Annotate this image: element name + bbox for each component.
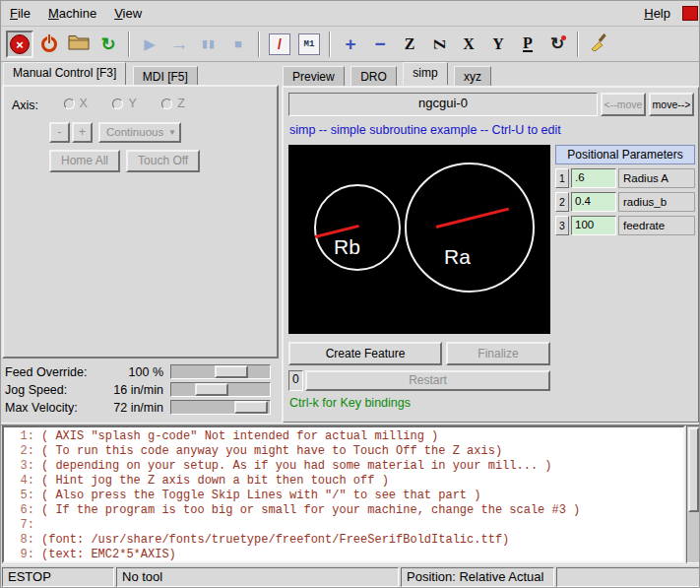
run-program-button[interactable]: ▶ [136, 31, 163, 58]
axis-radio-x[interactable]: X [64, 97, 88, 110]
view-top-button[interactable]: Z [396, 31, 423, 58]
menu-file[interactable]: File [1, 2, 39, 25]
move-left-button[interactable]: <--move [601, 93, 646, 116]
jog-plus-button[interactable]: + [72, 122, 93, 143]
zoom-out-button[interactable]: − [366, 31, 394, 58]
slider-thumb[interactable] [215, 365, 248, 378]
large-circle [405, 163, 535, 293]
toggle-optional-pause-button[interactable]: M1 [295, 31, 323, 58]
param-value-input[interactable]: 100 [571, 216, 616, 235]
tab-dro[interactable]: DRO [350, 66, 397, 87]
menu-view[interactable]: View [105, 2, 151, 25]
view-perspective-button[interactable]: P [514, 31, 541, 58]
code-line[interactable]: 3: ( depending on your setup. As if you … [4, 459, 683, 474]
axis-radio-x-label: X [80, 97, 88, 110]
plus-icon: + [345, 33, 355, 55]
scrollbar-thumb[interactable] [688, 427, 699, 512]
code-line[interactable]: 6: ( If the program is too big or small … [4, 503, 683, 518]
optional-pause-m1-icon: M1 [298, 33, 320, 55]
code-line-text: (text: EMC2*5*AXIS) [41, 548, 176, 562]
move-right-button[interactable]: move--> [649, 93, 694, 116]
param-row: 1 .6 Radius A [555, 168, 695, 188]
home-all-button[interactable]: Home All [49, 150, 120, 172]
feed-override-label: Feed Override: [5, 365, 95, 379]
restart-button[interactable]: Restart [305, 370, 550, 391]
open-file-button[interactable] [65, 31, 93, 58]
code-scrollbar[interactable] [686, 425, 700, 563]
chevron-down-icon: ▼ [168, 124, 176, 141]
view-side-button[interactable]: X [455, 31, 482, 58]
code-line[interactable]: 9: (text: EMC2*5*AXIS) [4, 548, 683, 562]
machine-power-button[interactable] [35, 31, 63, 58]
subroutine-description: simp -- simple subroutine example -- Ctr… [289, 123, 561, 137]
rotate-view-button[interactable]: ↻ [543, 31, 571, 58]
jog-mode-value: Continuous [106, 124, 163, 141]
reload-file-button[interactable]: ↻ [95, 31, 122, 58]
tab-preview[interactable]: Preview [283, 66, 345, 87]
menu-machine[interactable]: Machine [39, 2, 105, 25]
tab-simp[interactable]: simp [403, 62, 447, 85]
param-row: 2 0.4 radius_b [555, 192, 695, 212]
brush-icon [589, 33, 608, 56]
jog-minus-button[interactable]: - [49, 122, 70, 143]
code-line-text: ( Also press the Toggle Skip Lines with … [41, 489, 480, 503]
code-line-text: ( AXIS "splash g-code" Not intended for … [41, 429, 438, 444]
clear-backplot-button[interactable] [585, 31, 612, 58]
tab-manual-control[interactable]: Manual Control [F3] [3, 62, 126, 85]
code-line-number: 6: [4, 503, 41, 518]
code-line-text: (font: /usr/share/fonts/truetype/freefon… [41, 533, 509, 548]
code-line[interactable]: 8: (font: /usr/share/fonts/truetype/free… [4, 533, 683, 548]
code-line[interactable]: 4: ( Hint jog the Z axis down a bit then… [4, 474, 683, 489]
axis-radio-y[interactable]: Y [112, 97, 136, 110]
param-value-input[interactable]: 0.4 [571, 192, 616, 212]
finalize-button[interactable]: Finalize [446, 342, 550, 365]
tab-xyz[interactable]: xyz [454, 66, 491, 87]
letter-y-icon: Y [492, 35, 504, 53]
param-name-label: Radius A [618, 168, 695, 188]
slider-thumb[interactable] [195, 383, 228, 396]
status-tool: No tool [116, 567, 399, 587]
create-feature-button[interactable]: Create Feature [288, 342, 442, 365]
menu-help[interactable]: Help [635, 2, 679, 25]
ngcgui-title-entry[interactable]: ngcgui-0 [288, 93, 598, 116]
status-estop: ESTOP [2, 567, 114, 587]
axis-radio-z[interactable]: Z [161, 97, 185, 110]
touch-off-button[interactable]: Touch Off [126, 150, 200, 172]
status-position: Position: Relative Actual [401, 567, 554, 587]
code-line[interactable]: 1: ( AXIS "splash g-code" Not intended f… [4, 429, 683, 444]
code-line[interactable]: 2: ( To run this code anyway you might h… [4, 444, 683, 459]
ngcgui-frame: ngcgui-0 <--move move--> simp -- simple … [282, 86, 700, 424]
view-rotated-top-button[interactable]: Z [425, 31, 453, 58]
jog-controls-row: - + Continuous ▼ [49, 122, 181, 143]
code-line[interactable]: 5: ( Also press the Toggle Skip Lines wi… [4, 489, 683, 503]
estop-button[interactable]: × [6, 31, 33, 58]
restart-count-entry[interactable]: 0 [288, 370, 303, 391]
view-front-button[interactable]: Y [484, 31, 512, 58]
radio-icon [161, 98, 172, 109]
jog-mode-dropdown[interactable]: Continuous ▼ [98, 122, 181, 143]
param-row: 3 100 feedrate [555, 216, 695, 235]
step-line-button[interactable]: → [165, 31, 193, 58]
feed-override-slider[interactable] [170, 364, 271, 379]
param-value-input[interactable]: .6 [571, 168, 616, 188]
tab-mdi[interactable]: MDI [F5] [133, 66, 198, 87]
stop-program-button[interactable]: ■ [224, 31, 252, 58]
max-velocity-slider[interactable] [170, 400, 271, 415]
code-line-text: ( If the program is too big or small for… [41, 503, 580, 518]
code-line[interactable]: 7: [4, 518, 683, 533]
radio-icon [64, 98, 75, 109]
code-line-number: 8: [4, 533, 41, 548]
jog-speed-slider[interactable] [170, 382, 271, 397]
max-velocity-value: 72 in/min [95, 401, 170, 415]
radius-b-label: Rb [334, 235, 360, 259]
ngcgui-header-row: ngcgui-0 <--move move--> [288, 93, 694, 116]
pause-program-button[interactable]: ▮▮ [195, 31, 223, 58]
key-bindings-hint: Ctrl-k for Key bindings [289, 396, 411, 410]
param-name-label: radius_b [618, 192, 695, 212]
zoom-in-button[interactable]: + [337, 31, 364, 58]
slider-thumb[interactable] [234, 401, 268, 414]
stop-icon: ■ [234, 36, 242, 51]
code-line-text: ( To run this code anyway you might have… [41, 444, 502, 459]
toggle-skip-lines-button[interactable]: / [266, 31, 293, 58]
param-number: 3 [555, 216, 569, 235]
